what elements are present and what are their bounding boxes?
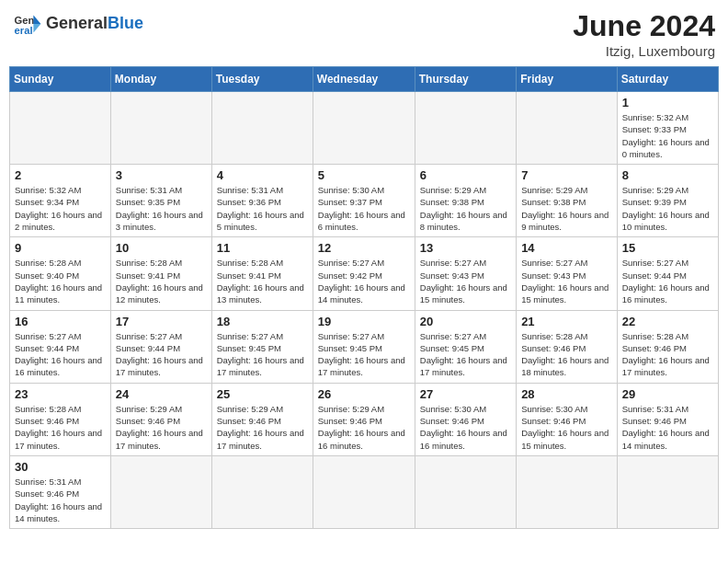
day-cell	[110, 92, 211, 165]
day-cell: 24Sunrise: 5:29 AM Sunset: 9:46 PM Dayli…	[110, 383, 211, 455]
svg-marker-3	[33, 24, 40, 33]
day-cell: 12Sunrise: 5:27 AM Sunset: 9:42 PM Dayli…	[313, 237, 415, 310]
svg-marker-2	[33, 15, 40, 24]
day-info: Sunrise: 5:29 AM Sunset: 9:38 PM Dayligh…	[420, 184, 511, 233]
day-cell: 19Sunrise: 5:27 AM Sunset: 9:45 PM Dayli…	[313, 310, 415, 383]
svg-text:Gen: Gen	[15, 15, 35, 26]
day-cell	[10, 92, 111, 165]
title-area: June 2024 Itzig, Luxembourg	[573, 9, 715, 59]
day-number: 5	[318, 168, 410, 182]
day-number: 24	[116, 387, 207, 401]
day-info: Sunrise: 5:27 AM Sunset: 9:43 PM Dayligh…	[521, 257, 612, 305]
day-cell	[313, 92, 415, 165]
day-info: Sunrise: 5:27 AM Sunset: 9:43 PM Dayligh…	[420, 257, 511, 305]
day-info: Sunrise: 5:27 AM Sunset: 9:44 PM Dayligh…	[622, 257, 713, 305]
day-number: 15	[622, 241, 713, 255]
col-sunday: Sunday	[10, 67, 111, 92]
week-row-1: 1Sunrise: 5:32 AM Sunset: 9:33 PM Daylig…	[10, 92, 719, 165]
day-info: Sunrise: 5:27 AM Sunset: 9:45 PM Dayligh…	[217, 330, 308, 379]
day-number: 1	[622, 96, 713, 109]
day-info: Sunrise: 5:28 AM Sunset: 9:41 PM Dayligh…	[116, 257, 207, 305]
day-cell: 14Sunrise: 5:27 AM Sunset: 9:43 PM Dayli…	[517, 237, 618, 310]
day-cell	[617, 455, 718, 528]
day-number: 10	[116, 241, 207, 255]
day-info: Sunrise: 5:27 AM Sunset: 9:45 PM Dayligh…	[420, 330, 511, 379]
day-info: Sunrise: 5:32 AM Sunset: 9:34 PM Dayligh…	[15, 184, 106, 233]
day-cell: 3Sunrise: 5:31 AM Sunset: 9:35 PM Daylig…	[110, 165, 211, 237]
day-cell: 27Sunrise: 5:30 AM Sunset: 9:46 PM Dayli…	[415, 383, 516, 455]
day-number: 20	[420, 315, 511, 328]
day-cell: 22Sunrise: 5:28 AM Sunset: 9:46 PM Dayli…	[617, 310, 718, 383]
day-cell: 8Sunrise: 5:29 AM Sunset: 9:39 PM Daylig…	[617, 165, 718, 237]
col-monday: Monday	[110, 67, 211, 92]
day-cell	[517, 92, 618, 165]
month-year-title: June 2024	[573, 9, 715, 43]
day-info: Sunrise: 5:29 AM Sunset: 9:38 PM Dayligh…	[521, 184, 612, 233]
col-tuesday: Tuesday	[211, 67, 313, 92]
day-number: 29	[622, 387, 713, 401]
day-number: 8	[622, 168, 713, 182]
day-number: 28	[521, 387, 612, 401]
day-cell: 9Sunrise: 5:28 AM Sunset: 9:40 PM Daylig…	[10, 237, 111, 310]
day-number: 19	[318, 315, 410, 328]
day-info: Sunrise: 5:31 AM Sunset: 9:46 PM Dayligh…	[622, 403, 713, 452]
day-cell: 21Sunrise: 5:28 AM Sunset: 9:46 PM Dayli…	[517, 310, 618, 383]
svg-text:eral: eral	[15, 25, 33, 36]
day-info: Sunrise: 5:29 AM Sunset: 9:46 PM Dayligh…	[318, 403, 410, 452]
day-cell: 2Sunrise: 5:32 AM Sunset: 9:34 PM Daylig…	[10, 165, 111, 237]
day-cell	[415, 92, 516, 165]
day-cell: 30Sunrise: 5:31 AM Sunset: 9:46 PM Dayli…	[10, 455, 111, 528]
day-info: Sunrise: 5:28 AM Sunset: 9:46 PM Dayligh…	[521, 330, 612, 379]
day-cell: 20Sunrise: 5:27 AM Sunset: 9:45 PM Dayli…	[415, 310, 516, 383]
day-info: Sunrise: 5:30 AM Sunset: 9:46 PM Dayligh…	[420, 403, 511, 452]
day-info: Sunrise: 5:27 AM Sunset: 9:44 PM Dayligh…	[15, 330, 106, 379]
logo-icon: Gen eral	[13, 9, 42, 39]
day-cell	[415, 455, 516, 528]
day-number: 7	[521, 168, 612, 182]
day-number: 30	[15, 460, 106, 474]
day-info: Sunrise: 5:32 AM Sunset: 9:33 PM Dayligh…	[622, 111, 713, 160]
day-info: Sunrise: 5:28 AM Sunset: 9:46 PM Dayligh…	[622, 330, 713, 379]
day-number: 17	[116, 315, 207, 328]
day-cell: 15Sunrise: 5:27 AM Sunset: 9:44 PM Dayli…	[617, 237, 718, 310]
page-header: Gen eral GeneralBlue June 2024 Itzig, Lu…	[9, 9, 719, 59]
day-info: Sunrise: 5:31 AM Sunset: 9:46 PM Dayligh…	[15, 476, 106, 524]
day-info: Sunrise: 5:28 AM Sunset: 9:46 PM Dayligh…	[15, 403, 106, 452]
week-row-4: 16Sunrise: 5:27 AM Sunset: 9:44 PM Dayli…	[10, 310, 719, 383]
day-cell: 1Sunrise: 5:32 AM Sunset: 9:33 PM Daylig…	[617, 92, 718, 165]
day-number: 12	[318, 241, 410, 255]
day-info: Sunrise: 5:27 AM Sunset: 9:44 PM Dayligh…	[116, 330, 207, 379]
day-info: Sunrise: 5:29 AM Sunset: 9:39 PM Dayligh…	[622, 184, 713, 233]
day-cell	[211, 455, 313, 528]
day-number: 9	[15, 241, 106, 255]
day-number: 3	[116, 168, 207, 182]
day-cell	[313, 455, 415, 528]
day-info: Sunrise: 5:29 AM Sunset: 9:46 PM Dayligh…	[116, 403, 207, 452]
day-info: Sunrise: 5:28 AM Sunset: 9:41 PM Dayligh…	[217, 257, 308, 305]
logo-text: GeneralBlue	[46, 15, 143, 33]
day-cell: 13Sunrise: 5:27 AM Sunset: 9:43 PM Dayli…	[415, 237, 516, 310]
day-cell: 25Sunrise: 5:29 AM Sunset: 9:46 PM Dayli…	[211, 383, 313, 455]
location-subtitle: Itzig, Luxembourg	[573, 43, 715, 59]
day-number: 4	[217, 168, 308, 182]
col-friday: Friday	[517, 67, 618, 92]
day-number: 16	[15, 315, 106, 328]
day-cell: 16Sunrise: 5:27 AM Sunset: 9:44 PM Dayli…	[10, 310, 111, 383]
day-number: 14	[521, 241, 612, 255]
day-number: 11	[217, 241, 308, 255]
col-wednesday: Wednesday	[313, 67, 415, 92]
logo: Gen eral GeneralBlue	[13, 9, 143, 39]
day-cell	[211, 92, 313, 165]
day-cell: 7Sunrise: 5:29 AM Sunset: 9:38 PM Daylig…	[517, 165, 618, 237]
day-info: Sunrise: 5:28 AM Sunset: 9:40 PM Dayligh…	[15, 257, 106, 305]
day-info: Sunrise: 5:29 AM Sunset: 9:46 PM Dayligh…	[217, 403, 308, 452]
day-cell: 29Sunrise: 5:31 AM Sunset: 9:46 PM Dayli…	[617, 383, 718, 455]
day-number: 23	[15, 387, 106, 401]
day-cell: 6Sunrise: 5:29 AM Sunset: 9:38 PM Daylig…	[415, 165, 516, 237]
day-cell: 18Sunrise: 5:27 AM Sunset: 9:45 PM Dayli…	[211, 310, 313, 383]
day-number: 2	[15, 168, 106, 182]
day-number: 6	[420, 168, 511, 182]
calendar-header-row: Sunday Monday Tuesday Wednesday Thursday…	[10, 67, 719, 92]
day-cell	[517, 455, 618, 528]
day-info: Sunrise: 5:27 AM Sunset: 9:45 PM Dayligh…	[318, 330, 410, 379]
